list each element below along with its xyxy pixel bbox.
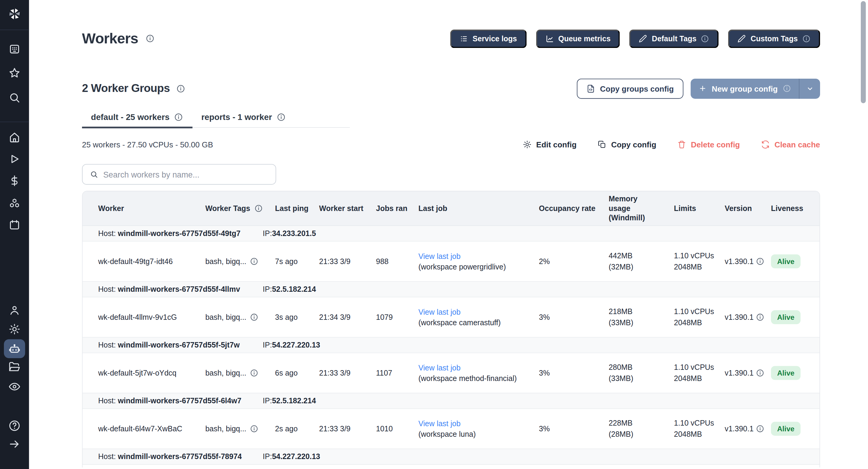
search-icon <box>90 170 98 179</box>
ip-label: IP: <box>263 341 272 349</box>
copy-config-button[interactable]: Copy config <box>598 140 656 149</box>
worker-jobs-ran: 988 <box>376 257 418 265</box>
edit-config-button[interactable]: Edit config <box>523 140 577 149</box>
new-group-config-main[interactable]: New group config <box>690 79 799 99</box>
host-row: Host: windmill-workers-67757d55f-5jt7w I… <box>83 338 819 353</box>
copy-groups-config-label: Copy groups config <box>600 84 674 93</box>
ip-label: IP: <box>263 397 272 405</box>
info-icon[interactable] <box>250 313 258 321</box>
col-version: Version <box>724 204 771 213</box>
tab-default[interactable]: default - 25 workers <box>82 112 192 127</box>
vertical-scrollbar[interactable] <box>861 1 866 103</box>
delete-config-label: Delete config <box>691 140 740 149</box>
delete-config-button[interactable]: Delete config <box>678 140 740 149</box>
edit-config-label: Edit config <box>536 140 577 149</box>
host-name: windmill-workers-67757d55f-5jt7w <box>118 341 240 349</box>
info-icon[interactable] <box>756 369 764 377</box>
default-tags-button[interactable]: Default Tags <box>629 29 719 48</box>
calendar-icon[interactable] <box>8 219 21 231</box>
worker-occupancy: 2% <box>539 257 609 265</box>
worker-version: v1.390.1 <box>724 369 771 377</box>
view-last-job-link[interactable]: View last job <box>418 364 461 372</box>
custom-tags-label: Custom Tags <box>750 34 798 43</box>
worker-tags: bash, bigq... <box>205 313 275 321</box>
custom-tags-button[interactable]: Custom Tags <box>728 29 820 48</box>
user-icon[interactable] <box>8 304 21 316</box>
alive-badge: Alive <box>771 366 801 380</box>
star-icon[interactable] <box>8 67 21 79</box>
host-label: Host: <box>98 229 116 238</box>
worker-name: wk-default-6l4w7-XwBaC <box>83 425 205 433</box>
clean-cache-button[interactable]: Clean cache <box>761 140 820 149</box>
page-header: Workers Service logs Queue metrics <box>82 29 820 48</box>
eye-icon[interactable] <box>8 380 21 393</box>
view-last-job-link[interactable]: View last job <box>418 419 461 428</box>
worker-limits: 1.10 vCPUs 2048MB <box>674 250 724 273</box>
new-group-config-dropdown[interactable] <box>799 79 820 99</box>
chart-icon <box>546 34 554 43</box>
worker-liveness: Alive <box>771 254 819 268</box>
info-icon[interactable] <box>756 425 764 433</box>
help-circle-icon[interactable] <box>8 419 21 432</box>
col-jobs-ran: Jobs ran <box>376 204 418 213</box>
worker-memory: 228MB (28MB) <box>609 417 674 440</box>
worker-start: 21:33 3/9 <box>319 425 376 433</box>
copy-groups-config-button[interactable]: Copy groups config <box>577 79 683 99</box>
worker-groups-title: 2 Worker Groups <box>82 82 170 95</box>
settings-gear-icon[interactable] <box>8 323 21 336</box>
worker-limits: 1.10 vCPUs 2048MB <box>674 362 724 384</box>
info-icon[interactable] <box>146 34 155 43</box>
workers-page: Workers Service logs Queue metrics <box>0 0 868 469</box>
worker-row: wk-default-49tg7-idt46 bash, bigq... 7s … <box>83 242 819 282</box>
worker-jobs-ran: 1107 <box>376 369 418 377</box>
app-window-icon[interactable] <box>8 43 21 56</box>
view-last-job-link[interactable]: View last job <box>418 308 461 316</box>
boxes-icon[interactable] <box>8 197 21 209</box>
col-worker-tags: Worker Tags <box>205 204 275 213</box>
worker-last-ping: 2s ago <box>275 425 319 433</box>
info-icon[interactable] <box>756 313 764 321</box>
info-icon[interactable] <box>250 369 258 377</box>
search-icon[interactable] <box>8 92 21 104</box>
main-content: Workers Service logs Queue metrics <box>29 0 868 469</box>
sidebar-item-workers[interactable] <box>4 339 25 358</box>
search-box <box>82 164 276 184</box>
info-icon[interactable] <box>250 425 258 433</box>
worker-last-job: View last job (workspace luna) <box>418 418 539 439</box>
tab-reports[interactable]: reports - 1 worker <box>192 112 295 127</box>
search-workers-input[interactable] <box>103 170 268 179</box>
host-name: windmill-workers-67757d55f-6l4w7 <box>118 397 241 405</box>
worker-name: wk-default-5jt7w-oYdcq <box>83 369 205 377</box>
arrow-right-icon[interactable] <box>8 438 21 450</box>
host-row: Host: windmill-workers-67757d55f-6l4w7 I… <box>83 393 819 409</box>
worker-last-ping: 7s ago <box>275 257 319 265</box>
info-icon[interactable] <box>250 257 258 265</box>
view-last-job-link[interactable]: View last job <box>418 252 461 260</box>
list-icon <box>460 34 468 43</box>
info-icon[interactable] <box>254 204 262 213</box>
worker-groups-heading: 2 Worker Groups <box>82 82 185 95</box>
info-icon[interactable] <box>177 84 186 93</box>
info-icon <box>701 34 710 43</box>
sidebar-divider <box>0 122 29 122</box>
queue-metrics-button[interactable]: Queue metrics <box>536 29 620 48</box>
info-icon <box>802 34 811 43</box>
dollar-icon[interactable] <box>8 175 21 187</box>
host-name: windmill-workers-67757d55f-78974 <box>118 452 242 461</box>
gear-icon <box>523 140 532 149</box>
last-job-workspace: (workspace luna) <box>418 430 475 438</box>
home-icon[interactable] <box>8 131 21 144</box>
queue-metrics-label: Queue metrics <box>558 34 611 43</box>
plus-icon <box>698 84 707 93</box>
play-icon[interactable] <box>8 153 21 165</box>
host-ip: 34.233.201.5 <box>272 229 316 238</box>
folder-open-icon[interactable] <box>8 361 21 373</box>
trash-icon <box>678 140 687 149</box>
worker-tags: bash, bigq... <box>205 369 275 377</box>
host-ip: 54.227.220.13 <box>272 341 320 349</box>
info-icon <box>783 84 791 93</box>
worker-start: 21:33 3/9 <box>319 369 376 377</box>
windmill-logo-icon[interactable] <box>8 7 21 21</box>
service-logs-button[interactable]: Service logs <box>450 29 527 48</box>
info-icon[interactable] <box>756 257 764 265</box>
